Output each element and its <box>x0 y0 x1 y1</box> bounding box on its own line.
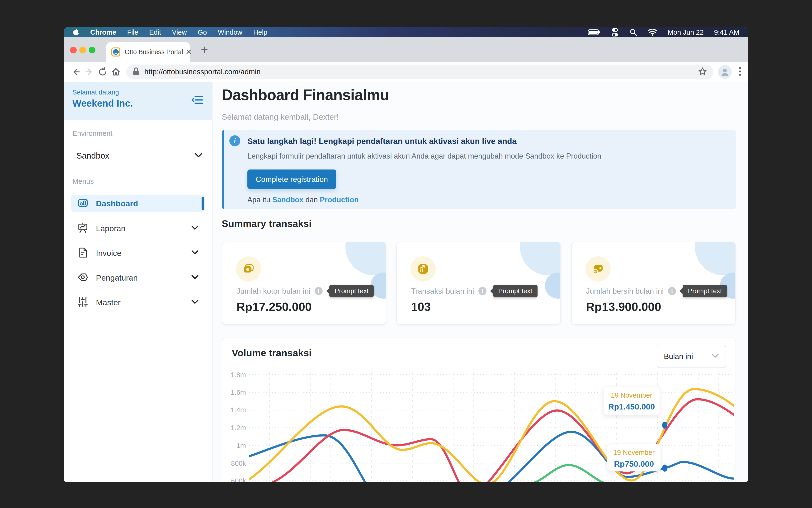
banner-footnote: Apa itu Sandbox dan Production <box>247 196 359 204</box>
info-icon[interactable]: i <box>314 287 323 295</box>
company-name: Weekend Inc. <box>73 98 133 109</box>
main-content: Dashboard Finansialmu Selamat datang kem… <box>213 82 749 482</box>
sandbox-link[interactable]: Sandbox <box>272 196 303 204</box>
sidebar-header: Selamat datang Weekend Inc. <box>63 82 212 120</box>
bookmark-star-icon[interactable] <box>698 67 707 77</box>
site-favicon-icon <box>111 47 120 56</box>
menubar-window[interactable]: Window <box>218 29 242 36</box>
forward-icon[interactable] <box>83 65 96 79</box>
tab-close-icon[interactable]: ✕ <box>185 47 192 56</box>
wifi-icon[interactable] <box>648 29 657 36</box>
chevron-down-icon <box>195 153 203 159</box>
y-tick-label: 1.6m <box>222 388 246 396</box>
sidebar-item-laporan[interactable]: Laporan <box>71 220 205 237</box>
home-icon[interactable] <box>109 65 123 79</box>
collapse-sidebar-icon[interactable] <box>191 94 204 107</box>
menubar-file[interactable]: File <box>127 29 138 36</box>
settings-gear-icon <box>77 272 88 284</box>
banner-accent-bar <box>222 130 224 209</box>
registration-banner: i Satu langkah lagi! Lengkapi pendaftara… <box>222 130 736 209</box>
chevron-down-icon <box>711 353 719 359</box>
menubar-view[interactable]: View <box>172 29 186 36</box>
sidebar-item-label: Master <box>96 298 191 307</box>
environment-value: Sandbox <box>77 151 195 161</box>
complete-registration-button[interactable]: Complete registration <box>247 169 336 189</box>
browser-toolbar: http://ottobusinessportal.com/admin <box>63 62 749 82</box>
tooltip-date: 19 November <box>603 391 659 399</box>
line-chart-plot[interactable] <box>249 373 734 482</box>
decorative-circle <box>345 242 386 276</box>
menubar-help[interactable]: Help <box>253 29 267 36</box>
control-center-icon[interactable] <box>611 28 619 37</box>
y-tick-label: 1.2m <box>222 424 246 432</box>
tooltip-chip: Prompt text <box>493 285 538 297</box>
card-label: Jumlah bersih bulan ini <box>586 287 664 296</box>
chevron-down-icon <box>191 225 199 231</box>
macos-menubar: Chrome File Edit View Go Window Help <box>63 27 749 37</box>
card-label: Jumlah kotor bulan ini <box>237 287 310 296</box>
sidebar: Selamat datang Weekend Inc. Environment … <box>63 82 213 482</box>
dashboard-icon <box>77 198 88 209</box>
y-tick-label: 600k <box>222 477 246 482</box>
card-value: Rp13.900.000 <box>586 300 661 314</box>
chart-tooltip: 19 November Rp750.000 <box>607 444 661 471</box>
info-icon[interactable]: i <box>478 287 486 295</box>
browser-tab-strip: Otto Business Portal ✕ + <box>63 37 749 62</box>
chart-up-icon <box>411 256 436 282</box>
window-minimize-button[interactable] <box>79 47 86 53</box>
menubar-edit[interactable]: Edit <box>149 29 161 36</box>
browser-menu-icon[interactable] <box>738 66 742 78</box>
address-bar[interactable]: http://ottobusinessportal.com/admin <box>126 65 713 79</box>
browser-profile-avatar[interactable] <box>718 65 732 79</box>
decorative-circle <box>545 272 561 299</box>
reload-icon[interactable] <box>96 65 109 79</box>
y-tick-label: 800k <box>222 459 246 467</box>
menubar-time: 9:41 AM <box>714 29 739 36</box>
sidebar-item-pengaturan[interactable]: Pengaturan <box>71 269 205 287</box>
browser-window: Otto Business Portal ✕ + <box>63 37 749 482</box>
y-tick-label: 1.8m <box>222 371 246 379</box>
decorative-circle <box>520 242 561 276</box>
chevron-down-icon <box>191 275 199 281</box>
browser-tab[interactable]: Otto Business Portal ✕ <box>106 42 190 62</box>
menubar-date: Mon Jun 22 <box>668 29 704 36</box>
summary-card-net: Jumlah bersih bulan ini i Prompt text Rp… <box>571 242 736 325</box>
back-icon[interactable] <box>69 65 83 79</box>
invoice-document-icon <box>77 247 88 259</box>
url-text[interactable]: http://ottobusinessportal.com/admin <box>144 68 698 76</box>
chevron-down-icon <box>191 250 199 256</box>
menubar-go[interactable]: Go <box>198 29 207 36</box>
sidebar-item-label: Dashboard <box>96 199 199 208</box>
sidebar-item-label: Laporan <box>96 224 191 233</box>
sidebar-item-invoice[interactable]: Invoice <box>71 244 205 262</box>
highlight-marker-dot[interactable] <box>662 465 668 472</box>
summary-heading: Summary transaksi <box>222 218 311 229</box>
sidebar-item-dashboard[interactable]: Dashboard <box>71 195 205 212</box>
decorative-circle <box>695 242 736 276</box>
environment-select[interactable]: Sandbox <box>77 149 203 162</box>
sidebar-item-master[interactable]: Master <box>71 294 205 311</box>
tooltip-value: Rp750.000 <box>607 459 660 469</box>
banner-title: Satu langkah lagi! Lengkapi pendaftaran … <box>247 136 517 146</box>
info-icon: i <box>229 135 240 146</box>
spotlight-search-icon[interactable] <box>630 29 637 36</box>
chart-period-select[interactable]: Bulan ini <box>657 345 726 368</box>
card-value: Rp17.250.000 <box>237 300 312 314</box>
tooltip-date: 19 November <box>607 449 660 457</box>
info-icon[interactable]: i <box>668 287 676 295</box>
battery-icon[interactable] <box>588 29 600 35</box>
window-zoom-button[interactable] <box>89 47 95 53</box>
sidebar-item-label: Invoice <box>96 249 191 258</box>
apple-logo-icon[interactable] <box>73 29 79 36</box>
tooltip-chip: Prompt text <box>683 285 727 297</box>
report-board-icon <box>77 222 88 234</box>
desktop-background: Chrome File Edit View Go Window Help <box>0 0 812 508</box>
new-tab-button[interactable]: + <box>201 42 208 57</box>
highlight-marker-dot[interactable] <box>662 422 668 429</box>
environment-label: Environment <box>73 129 112 137</box>
production-link[interactable]: Production <box>320 196 359 204</box>
menubar-app-name[interactable]: Chrome <box>90 29 116 36</box>
window-close-button[interactable] <box>70 47 77 53</box>
summary-card-gross: Jumlah kotor bulan ini i Prompt text Rp1… <box>222 242 386 325</box>
page-subtitle: Selamat datang kembali, Dexter! <box>222 112 339 122</box>
